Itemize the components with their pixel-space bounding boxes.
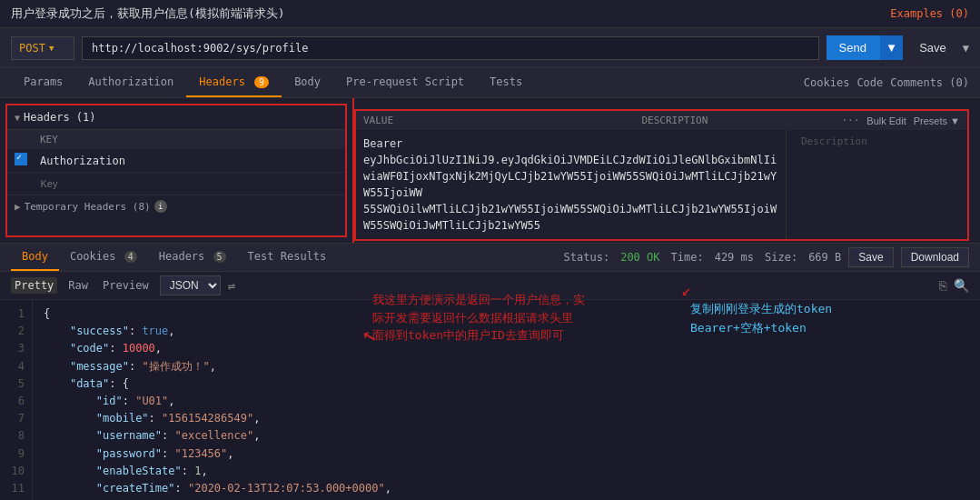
resp-tab-body[interactable]: Body xyxy=(11,244,59,271)
key-input-row xyxy=(7,173,345,195)
info-icon: i xyxy=(154,200,167,213)
key-col-header: KEY xyxy=(40,134,338,145)
more-actions-button[interactable]: ··· xyxy=(841,115,859,126)
request-tabs-left: Params Authorization Headers 9 Body Pre-… xyxy=(11,68,535,97)
tab-tests[interactable]: Tests xyxy=(477,68,535,97)
method-select[interactable]: POST ▼ xyxy=(11,36,74,60)
wrap-icon[interactable]: ⇌ xyxy=(228,278,235,293)
headers-left-panel: ▼ Headers (1) KEY Authorization xyxy=(0,98,354,243)
response-tabs-bar: Body Cookies 4 Headers 5 Test Results St… xyxy=(0,244,980,272)
tab-params[interactable]: Params xyxy=(11,68,75,97)
headers-outer-border: ▼ Headers (1) KEY Authorization xyxy=(5,104,347,237)
headers-badge: 9 xyxy=(254,76,269,88)
bulk-edit-button[interactable]: Bulk Edit xyxy=(866,115,906,126)
url-input[interactable] xyxy=(82,36,819,60)
size-value: 669 B xyxy=(808,251,841,264)
request-tabs: Params Authorization Headers 9 Body Pre-… xyxy=(0,68,980,98)
code-area[interactable]: 1 2 3 4 5 6 7 8 9 10 11 12 { "success": … xyxy=(0,300,980,500)
status-info: Status: 200 OK Time: 429 ms Size: 669 B xyxy=(564,251,842,264)
key-input[interactable] xyxy=(39,176,339,191)
response-area: Body Cookies 4 Headers 5 Test Results St… xyxy=(0,244,980,500)
format-bar: Pretty Raw Preview JSON ⇌ ⎘ 🔍 xyxy=(0,272,980,300)
resp-tab-test-results[interactable]: Test Results xyxy=(237,244,338,271)
method-arrow-icon: ▼ xyxy=(49,44,54,53)
status-label: Status: xyxy=(564,251,610,264)
send-arrow-button[interactable]: ▼ xyxy=(879,35,903,60)
method-label: POST xyxy=(19,42,45,55)
tab-body[interactable]: Body xyxy=(282,68,333,97)
value-panel-header: VALUE DESCRIPTION ··· Bulk Edit Presets … xyxy=(356,111,967,130)
code-link[interactable]: Code xyxy=(856,76,883,89)
json-response: { "success": true, "code": 10000, "messa… xyxy=(33,300,980,500)
resp-tab-cookies[interactable]: Cookies 4 xyxy=(59,244,148,271)
checkbox-icon xyxy=(15,153,27,165)
tab-prerequest[interactable]: Pre-request Script xyxy=(333,68,477,97)
save-response-button[interactable]: Save xyxy=(848,247,893,267)
auth-token-value: Bearer eyJhbGciOiJlUzI1NiJ9.eyJqdGkiOiJV… xyxy=(356,130,786,239)
top-bar: 用户登录成功之后，获取用户信息(模拟前端请求头) Examples (0) xyxy=(0,0,980,28)
cookies-badge: 4 xyxy=(124,251,137,263)
status-value: 200 OK xyxy=(620,251,659,264)
size-label: Size: xyxy=(765,251,797,264)
value-content-area: Bearer eyJhbGciOiJlUzI1NiJ9.eyJqdGkiOiJV… xyxy=(356,130,967,239)
tab-authorization[interactable]: Authorization xyxy=(75,68,186,97)
send-button[interactable]: Send xyxy=(827,35,879,60)
auth-checkbox[interactable] xyxy=(15,153,33,168)
headers-section-title: ▼ Headers (1) xyxy=(7,105,345,130)
time-value: 429 ms xyxy=(715,251,754,264)
search-icon[interactable]: 🔍 xyxy=(954,278,969,293)
copy-icon[interactable]: ⎘ xyxy=(939,278,946,293)
page-title: 用户登录成功之后，获取用户信息(模拟前端请求头) xyxy=(11,5,285,22)
download-button[interactable]: Download xyxy=(901,247,969,267)
table-row: Authorization xyxy=(7,149,345,173)
fmt-raw[interactable]: Raw xyxy=(64,277,92,294)
temp-headers-label: Temporary Headers (8) xyxy=(25,201,151,213)
description-column: Description xyxy=(786,130,967,239)
check-col-header xyxy=(15,134,33,145)
resp-headers-badge: 5 xyxy=(213,251,226,263)
request-tabs-right: Cookies Code Comments (0) xyxy=(804,76,969,89)
temp-expand-icon: ▶ xyxy=(15,201,21,213)
save-arrow-icon[interactable]: ▼ xyxy=(963,42,969,55)
headers-table-header: KEY xyxy=(7,130,345,149)
desc-placeholder: Description xyxy=(794,132,875,151)
auth-key-value: Authorization xyxy=(40,155,338,167)
examples-link[interactable]: Examples (0) xyxy=(890,7,969,20)
response-tabs-left: Body Cookies 4 Headers 5 Test Results xyxy=(11,244,337,271)
headers-table: KEY Authorization xyxy=(7,130,345,195)
fmt-pretty[interactable]: Pretty xyxy=(11,277,57,294)
fmt-preview[interactable]: Preview xyxy=(99,277,153,294)
value-panel: VALUE DESCRIPTION ··· Bulk Edit Presets … xyxy=(354,109,969,241)
save-button[interactable]: Save xyxy=(910,35,955,60)
resp-tab-headers[interactable]: Headers 5 xyxy=(148,244,237,271)
headers-area: ▼ Headers (1) KEY Authorization xyxy=(0,98,980,244)
value-col-header: VALUE xyxy=(363,115,623,126)
comments-link[interactable]: Comments (0) xyxy=(890,76,969,89)
tab-headers[interactable]: Headers 9 xyxy=(186,68,282,97)
cookies-link[interactable]: Cookies xyxy=(804,76,850,89)
format-select[interactable]: JSON xyxy=(160,275,221,295)
response-tabs-right: Status: 200 OK Time: 429 ms Size: 669 B … xyxy=(564,247,969,267)
time-label: Time: xyxy=(671,251,704,264)
line-numbers: 1 2 3 4 5 6 7 8 9 10 11 12 xyxy=(0,300,33,500)
temp-headers-section[interactable]: ▶ Temporary Headers (8) i xyxy=(7,195,345,217)
code-lines: 1 2 3 4 5 6 7 8 9 10 11 12 { "success": … xyxy=(0,300,980,500)
url-bar: POST ▼ Send ▼ Save ▼ xyxy=(0,28,980,68)
presets-button[interactable]: Presets ▼ xyxy=(914,115,960,126)
desc-col-header: DESCRIPTION xyxy=(641,115,823,126)
section-collapse-icon[interactable]: ▼ xyxy=(15,113,20,123)
headers-section-label: Headers (1) xyxy=(24,111,95,124)
